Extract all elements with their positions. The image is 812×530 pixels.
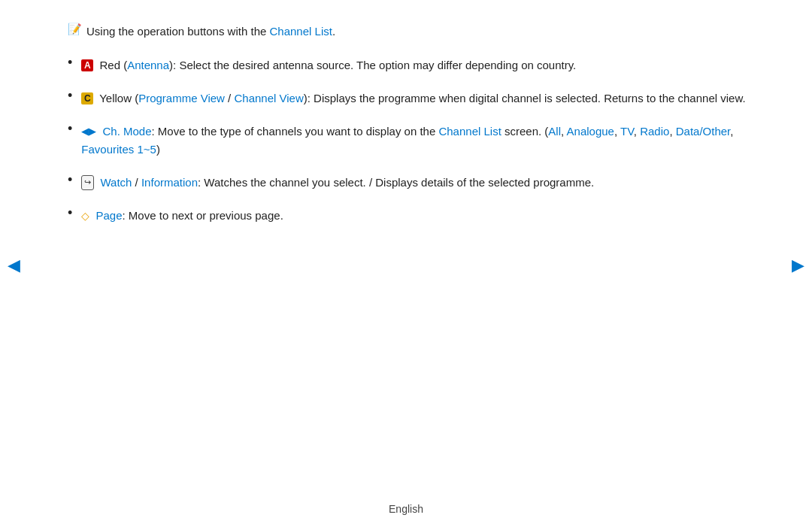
data-other-link: Data/Other [676, 125, 731, 138]
radio-link: Radio [640, 125, 669, 138]
all-link: All [548, 125, 561, 138]
bullet-dot: • [68, 172, 72, 188]
tv-link: TV [620, 125, 634, 138]
yellow-badge: C [81, 92, 93, 104]
note-text: Using the operation buttons with the Cha… [86, 23, 335, 40]
list-item: • ◀▶ Ch. Mode: Move to the type of chann… [60, 123, 752, 159]
red-badge: A [81, 59, 93, 71]
diamond-badge: ◇ [81, 207, 89, 224]
bullet-dot: • [68, 88, 72, 104]
page-link: Page [95, 209, 122, 222]
arrow-left-right-badge: ◀▶ [81, 124, 96, 140]
programme-view-link: Programme View [138, 92, 225, 104]
bullet-content-antenna: A Red (Antenna): Select the desired ante… [81, 56, 576, 74]
analogue-link: Analogue [567, 125, 614, 138]
channel-list-link-note: Channel List [270, 25, 332, 38]
ch-mode-link: Ch. Mode [102, 125, 151, 138]
list-item: • C Yellow (Programme View / Channel Vie… [60, 89, 752, 108]
antenna-link: Antenna [127, 59, 169, 71]
bullet-dot: • [68, 121, 72, 137]
information-link: Information [141, 176, 198, 189]
bullet-content-programme: C Yellow (Programme View / Channel View)… [81, 89, 745, 108]
list-item: • ◇ Page: Move to next or previous page. [60, 207, 752, 225]
list-item: • ↪ Watch / Information: Watches the cha… [60, 174, 752, 192]
footer: English [0, 503, 812, 515]
list-item: • A Red (Antenna): Select the desired an… [60, 56, 752, 74]
footer-language: English [389, 503, 423, 515]
enter-badge: ↪ [81, 175, 94, 190]
favourites-link: Favourites 1~5 [81, 143, 156, 156]
channel-view-link: Channel View [234, 92, 303, 104]
channel-list-link-chmode: Channel List [438, 125, 501, 138]
watch-link: Watch [100, 176, 132, 189]
bullet-content-watch: ↪ Watch / Information: Watches the chann… [81, 174, 594, 192]
bullet-dot: • [68, 205, 72, 221]
page-container: 📝 Using the operation buttons with the C… [0, 0, 812, 530]
bullet-content-page: ◇ Page: Move to next or previous page. [81, 207, 283, 225]
nav-arrow-right[interactable]: ▶ [792, 256, 804, 275]
notebook-icon: 📝 [68, 23, 82, 36]
nav-arrow-left[interactable]: ◀ [8, 256, 20, 275]
bullet-list: • A Red (Antenna): Select the desired an… [60, 56, 752, 225]
bullet-content-chmode: ◀▶ Ch. Mode: Move to the type of channel… [81, 123, 752, 159]
bullet-dot: • [68, 55, 72, 71]
note-line: 📝 Using the operation buttons with the C… [60, 23, 752, 40]
